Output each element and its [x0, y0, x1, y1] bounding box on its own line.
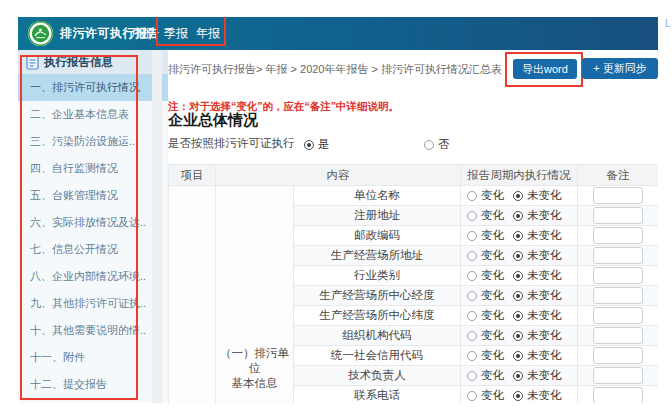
breadcrumb: 排污许可执行报告> 年报 > 2020年年报告 > 排污许可执行情况汇总表: [168, 62, 502, 77]
sidebar-item-10[interactable]: 十、其他需要说明的情..: [18, 317, 168, 344]
sidebar-item-8[interactable]: 八、企业内部情况环境..: [18, 263, 168, 290]
radio-changed[interactable]: [467, 371, 477, 381]
radio-unchanged[interactable]: [513, 231, 523, 241]
field-name-cell: 行业类别: [294, 266, 461, 286]
radio-unchanged[interactable]: [513, 251, 523, 261]
sidebar-scrollbar[interactable]: [152, 50, 162, 403]
remark-input[interactable]: [593, 287, 643, 304]
field-name-cell: 生产经营场所地址: [294, 246, 461, 266]
sidebar-item-7[interactable]: 七、信息公开情况: [18, 236, 168, 263]
radio-changed-label: 变化: [481, 329, 504, 341]
radio-unchanged-label: 未变化: [527, 289, 562, 301]
remark-cell: [578, 366, 659, 386]
status-cell: 变化未变化: [461, 186, 578, 206]
sidebar-item-4[interactable]: 四、自行监测情况: [18, 155, 168, 182]
status-cell: 变化未变化: [461, 386, 578, 404]
radio-unchanged[interactable]: [513, 311, 523, 321]
status-cell: 变化未变化: [461, 206, 578, 226]
radio-unchanged-label: 未变化: [527, 309, 562, 321]
radio-unchanged-label: 未变化: [527, 329, 562, 341]
remark-cell: [578, 226, 659, 246]
remark-cell: [578, 266, 659, 286]
radio-unchanged-label: 未变化: [527, 229, 562, 241]
radio-changed[interactable]: [467, 191, 477, 201]
status-cell: 变化未变化: [461, 326, 578, 346]
status-cell: 变化未变化: [461, 246, 578, 266]
report-doc-icon: [26, 55, 39, 70]
sync-data-button[interactable]: + 更新同步数据: [582, 58, 658, 79]
radio-unchanged[interactable]: [513, 191, 523, 201]
radio-changed[interactable]: [467, 351, 477, 361]
app-window: 排污许可执行报告 月报 季报 年报 执行报告信息 一、排污许可执行情况二、企业基…: [18, 17, 658, 403]
radio-unchanged[interactable]: [513, 331, 523, 341]
remark-input[interactable]: [593, 207, 643, 224]
radio-no[interactable]: [424, 140, 434, 150]
radio-changed[interactable]: [467, 391, 477, 401]
status-cell: 变化未变化: [461, 366, 578, 386]
field-name-cell: 统一社会信用代码: [294, 346, 461, 366]
radio-unchanged[interactable]: [513, 351, 523, 361]
tab-quarterly-report[interactable]: 季报: [164, 17, 188, 50]
remark-input[interactable]: [593, 227, 643, 244]
radio-unchanged[interactable]: [513, 211, 523, 221]
col-header-content: 内容: [216, 165, 461, 186]
radio-yes[interactable]: [304, 140, 314, 150]
radio-changed[interactable]: [467, 251, 477, 261]
radio-changed[interactable]: [467, 311, 477, 321]
export-word-button[interactable]: 导出word: [513, 59, 577, 79]
sidebar-item-3[interactable]: 三、污染防治设施运..: [18, 128, 168, 155]
radio-unchanged[interactable]: [513, 291, 523, 301]
radio-changed[interactable]: [467, 331, 477, 341]
cropped-corner-text: L: [665, 18, 671, 29]
radio-changed[interactable]: [467, 291, 477, 301]
remark-cell: [578, 346, 659, 366]
sidebar: 执行报告信息 一、排污许可执行情况二、企业基本信息表三、污染防治设施运..四、自…: [18, 50, 168, 403]
sidebar-item-1[interactable]: 一、排污许可执行情况: [18, 74, 168, 101]
compliance-label: 是否按照排污许可证执行: [168, 136, 295, 151]
status-cell: 变化未变化: [461, 286, 578, 306]
radio-changed[interactable]: [467, 211, 477, 221]
sidebar-item-9[interactable]: 九、其他排污许可证执..: [18, 290, 168, 317]
remark-input[interactable]: [593, 367, 643, 384]
radio-unchanged-label: 未变化: [527, 189, 562, 201]
remark-input[interactable]: [593, 307, 643, 324]
remark-cell: [578, 386, 659, 404]
field-name-cell: 组织机构代码: [294, 326, 461, 346]
radio-changed-label: 变化: [481, 229, 504, 241]
sidebar-item-12[interactable]: 十二、提交报告: [18, 371, 168, 398]
tab-monthly-report[interactable]: 月报: [130, 17, 154, 50]
field-name-cell: 联系电话: [294, 386, 461, 404]
tab-annual-report[interactable]: 年报: [196, 17, 220, 50]
sidebar-item-5[interactable]: 五、台账管理情况: [18, 182, 168, 209]
radio-unchanged[interactable]: [513, 391, 523, 401]
remark-input[interactable]: [593, 327, 643, 344]
radio-changed-label: 变化: [481, 349, 504, 361]
field-name-cell: 注册地址: [294, 206, 461, 226]
sidebar-item-2[interactable]: 二、企业基本信息表: [18, 101, 168, 128]
sidebar-item-6[interactable]: 六、实际排放情况及达..: [18, 209, 168, 236]
main-content: 排污许可执行报告> 年报 > 2020年年报告 > 排污许可执行情况汇总表 导出…: [168, 54, 658, 403]
remark-cell: [578, 306, 659, 326]
sidebar-header[interactable]: 执行报告信息: [18, 50, 168, 74]
remark-input[interactable]: [593, 387, 643, 403]
remark-input[interactable]: [593, 347, 643, 364]
field-name-cell: 单位名称: [294, 186, 461, 206]
field-name-cell: 生产经营场所中心经度: [294, 286, 461, 306]
remark-input[interactable]: [593, 187, 643, 204]
radio-changed[interactable]: [467, 271, 477, 281]
radio-unchanged-label: 未变化: [527, 249, 562, 261]
remark-input[interactable]: [593, 267, 643, 284]
sidebar-item-11[interactable]: 十一、附件: [18, 344, 168, 371]
remark-input[interactable]: [593, 247, 643, 264]
status-cell: 变化未变化: [461, 306, 578, 326]
radio-changed-label: 变化: [481, 269, 504, 281]
radio-unchanged[interactable]: [513, 271, 523, 281]
radio-changed-label: 变化: [481, 289, 504, 301]
radio-changed[interactable]: [467, 231, 477, 241]
ministry-emblem-icon: [27, 20, 54, 47]
remark-cell: [578, 186, 659, 206]
sidebar-header-label: 执行报告信息: [44, 50, 113, 74]
radio-yes-label: 是: [318, 138, 330, 150]
remark-cell: [578, 326, 659, 346]
radio-unchanged[interactable]: [513, 371, 523, 381]
